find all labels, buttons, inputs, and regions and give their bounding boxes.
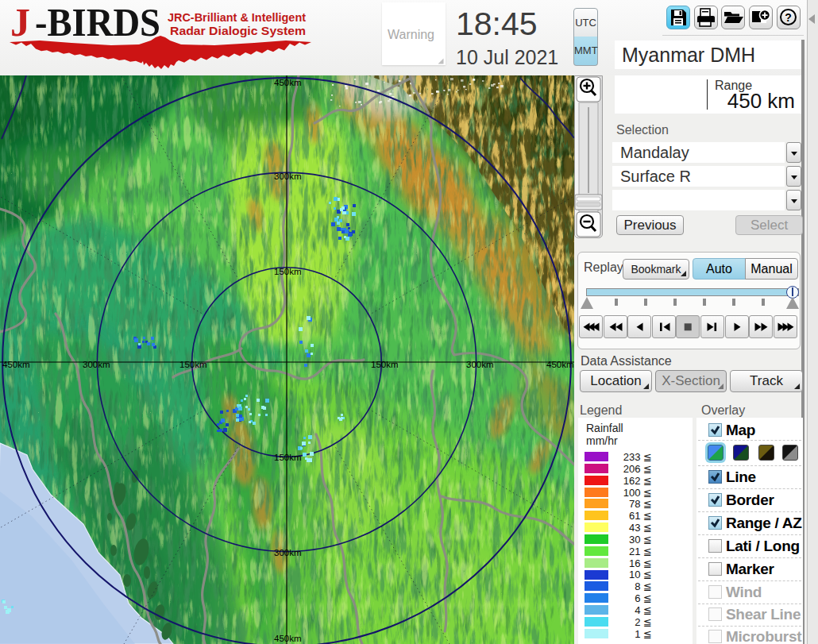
svg-text:150km: 150km: [274, 453, 302, 462]
svg-text:300km: 300km: [274, 172, 302, 181]
svg-text:J: J: [10, 0, 30, 44]
svg-text:Radar Dialogic System: Radar Dialogic System: [170, 24, 306, 37]
svg-text:150km: 150km: [179, 360, 207, 369]
svg-text:450km: 450km: [274, 78, 302, 87]
svg-text:300km: 300km: [83, 360, 110, 369]
svg-text:450km: 450km: [2, 360, 30, 369]
svg-text:450km: 450km: [546, 360, 574, 369]
svg-text:150km: 150km: [274, 267, 302, 276]
svg-text:?: ?: [785, 11, 792, 24]
svg-text:150km: 150km: [371, 360, 399, 369]
svg-text:300km: 300km: [274, 548, 302, 557]
svg-text:450km: 450km: [274, 634, 302, 643]
svg-text:JRC-Brilliant & Intelligent: JRC-Brilliant & Intelligent: [168, 10, 306, 24]
svg-text:300km: 300km: [466, 360, 494, 369]
svg-text:-BIRDS: -BIRDS: [35, 0, 160, 44]
